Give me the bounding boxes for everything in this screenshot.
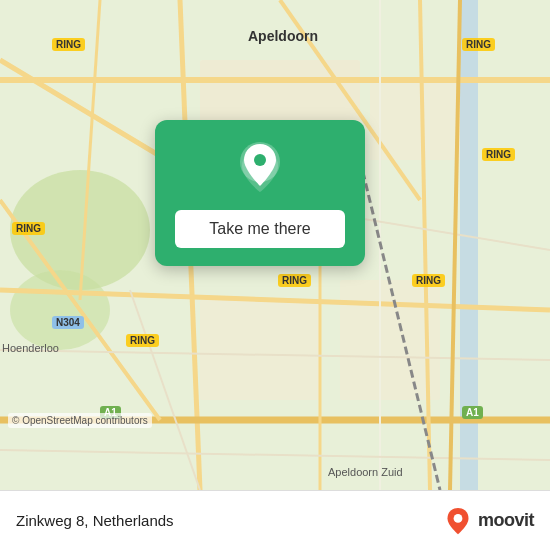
location-pin-icon — [232, 140, 288, 196]
address-label: Zinkweg 8, Netherlands — [16, 512, 174, 529]
svg-point-28 — [254, 154, 266, 166]
svg-point-29 — [454, 514, 463, 523]
moovit-wordmark: moovit — [478, 510, 534, 531]
moovit-pin-icon — [444, 507, 472, 535]
svg-rect-5 — [200, 300, 320, 400]
bottom-bar: Zinkweg 8, Netherlands moovit — [0, 490, 550, 550]
location-card: Take me there — [155, 120, 365, 266]
svg-point-1 — [10, 170, 150, 290]
moovit-logo: moovit — [444, 507, 534, 535]
copyright-text: © OpenStreetMap contributors — [8, 413, 152, 428]
map-area: Apeldoorn RING RING RING RING RING RING … — [0, 0, 550, 490]
take-me-there-button[interactable]: Take me there — [175, 210, 345, 248]
